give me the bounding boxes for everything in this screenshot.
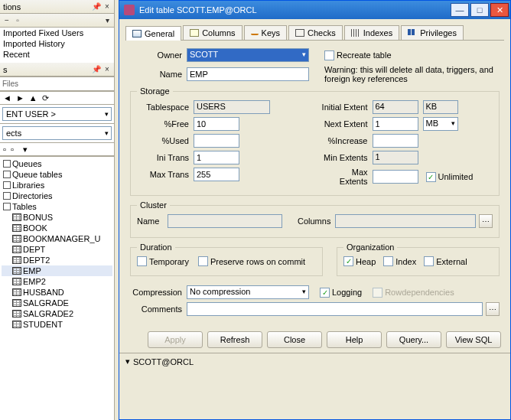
help-button[interactable]: Help [327,331,382,348]
pctused-input[interactable] [194,134,239,148]
maxtrans-input[interactable] [194,168,239,181]
minext-field: 1 [373,151,418,164]
recent-list[interactable]: Imported Fixed Users Imported History Re… [0,28,114,63]
minimize-button[interactable]: — [451,3,469,17]
next-input[interactable] [373,117,418,131]
tool-icon[interactable]: ▫ [11,145,14,154]
tree-table-selected[interactable]: EMP [2,265,112,276]
pin-icon[interactable]: 📌 [93,3,100,11]
tree-table[interactable]: DEPT [2,244,112,255]
pin-icon[interactable]: 📌 [93,66,100,73]
tree-table[interactable]: HUSBAND [2,287,112,298]
tab-privileges[interactable]: Privileges [401,25,464,40]
preserve-checkbox[interactable] [198,256,208,266]
tab-keys[interactable]: Keys [244,25,287,40]
tree-cat[interactable]: Directories [2,190,112,201]
organization-fieldset: Organization ✓Heap Index External [337,243,500,276]
tree-table[interactable]: BOOKMANAGER_U [2,233,112,244]
list-item[interactable]: Imported Fixed Users [0,28,114,38]
tree-table[interactable]: STUDENT [2,319,112,330]
status-bar: ▾ SCOTT@ORCL [119,353,510,370]
folder-icon [3,171,11,178]
table-icon [12,299,21,307]
objects-dropdown[interactable]: ects [2,126,112,140]
recent-toolbar: − ▫ ▾ [0,14,114,28]
heap-checkbox[interactable]: ✓ [343,256,353,266]
back-icon[interactable]: ◄ [3,93,11,103]
temporary-checkbox[interactable] [137,256,147,266]
tablespace-field: USERS [194,100,270,114]
viewsql-button[interactable]: View SQL [446,331,501,348]
rowdep-label: Rowdependencies [385,288,454,297]
storage-legend: Storage [137,86,173,96]
maximize-button[interactable]: □ [470,3,489,17]
tree-table[interactable]: SALGRADE2 [2,308,112,319]
initrans-input[interactable] [194,151,239,164]
expand-icon[interactable]: ▫ [14,17,21,24]
titlebar[interactable]: Edit table SCOTT.EMP@ORCL — □ ✕ [119,1,510,19]
owner-dropdown[interactable]: SCOTT [187,48,309,62]
tree-table[interactable]: BONUS [2,212,112,223]
list-item[interactable]: Recent [0,49,114,60]
user-row: ENT USER > [0,105,114,123]
pctinc-input[interactable] [373,134,418,148]
tree-cat[interactable]: Libraries [2,180,112,190]
close-button[interactable]: Close [267,331,322,348]
index-checkbox[interactable] [383,256,393,266]
query-button[interactable]: Query... [386,331,441,348]
tree-cat[interactable]: Queue tables [2,169,112,180]
comments-input[interactable] [187,302,483,316]
tree-table[interactable]: EMP2 [2,276,112,287]
list-item[interactable]: Imported History [0,38,114,49]
close-icon[interactable]: × [103,66,111,73]
up-icon[interactable]: ▲ [29,93,37,103]
recent-header: tions 📌 × [0,0,114,14]
chevron-down-icon[interactable]: ▾ [23,145,28,155]
compression-dropdown[interactable]: No compression [187,285,309,299]
close-button[interactable]: ✕ [490,3,509,17]
compression-label: Compression [130,288,187,297]
tree-table[interactable]: BOOK [2,223,112,233]
minext-label: Min Extents [322,153,373,162]
chevron-down-icon[interactable]: ▾ [103,17,111,24]
tab-columns[interactable]: Columns [183,25,242,40]
collapse-icon[interactable]: − [3,17,11,24]
object-tree[interactable]: Queues Queue tables Libraries Directorie… [0,156,114,340]
maxext-input[interactable] [373,170,418,184]
cluster-more-button[interactable]: ⋯ [479,214,493,228]
tab-indexes[interactable]: Indexes [344,25,400,40]
privileges-icon [408,29,417,37]
owner-label: Owner [130,50,187,60]
tree-table[interactable]: SALGRADE [2,298,112,308]
fwd-icon[interactable]: ► [16,93,24,103]
comments-more-button[interactable]: ⋯ [486,302,500,316]
next-unit-dropdown[interactable]: MB [423,117,458,131]
tree-table[interactable]: DEPT2 [2,255,112,265]
tab-general[interactable]: General [125,26,181,41]
close-icon[interactable]: × [103,3,111,11]
tree-cat[interactable]: Queues [2,158,112,169]
unlimited-checkbox[interactable]: ✓ [426,172,436,182]
storage-fieldset: Storage TablespaceUSERS %Free %Used Ini … [130,86,500,196]
org-legend: Organization [343,243,397,252]
files-label[interactable]: Files [2,80,18,88]
recreate-checkbox[interactable] [324,50,334,60]
cluster-name-field [168,214,282,228]
tab-checks[interactable]: Checks [288,25,343,40]
name-input[interactable] [187,67,309,81]
external-checkbox[interactable] [424,256,434,266]
chevron-down-icon[interactable]: ▾ [125,357,130,366]
table-icon [12,235,21,243]
unlimited-label: Unlimited [438,172,474,181]
tree-cat[interactable]: Tables [2,201,112,212]
keys-icon [251,31,259,35]
refresh-button[interactable]: Refresh [207,331,262,348]
panel-title: tions [3,2,21,11]
user-dropdown[interactable]: ENT USER > [2,107,112,121]
tool-icon[interactable]: ▫ [3,145,6,154]
logging-checkbox[interactable]: ✓ [320,288,330,298]
pctfree-input[interactable] [194,117,239,131]
refresh-icon[interactable]: ⟳ [42,93,49,103]
files-bar: Files [0,77,114,91]
checks-icon [295,29,304,37]
